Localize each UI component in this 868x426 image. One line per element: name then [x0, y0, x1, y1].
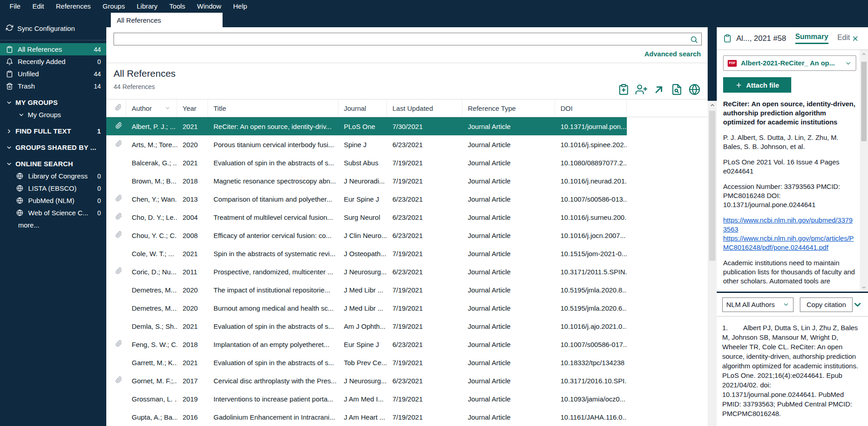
sidebar-item-pubmed-nlm[interactable]: PubMed (NLM)0 [0, 194, 106, 207]
cell-attachment [111, 267, 126, 276]
reference-row[interactable]: Feng, S. W.; C...2018Implantation of an … [106, 335, 627, 353]
sidebar-item-trash[interactable]: Trash14 [0, 80, 106, 92]
attach-file-button[interactable]: Attach file [723, 77, 791, 93]
reference-row[interactable]: Cole, W. T.; ...2021Spin in the abstract… [106, 244, 627, 263]
cell-type: Journal Article [462, 123, 555, 130]
cell-updated: 6/23/2021 [387, 341, 462, 348]
sidebar-item-unfiled[interactable]: Unfiled44 [0, 68, 106, 80]
column-reference-type[interactable]: Reference Type [462, 99, 555, 117]
sync-configuration[interactable]: Sync Configuration [0, 20, 106, 36]
panel-scrollbar-thumb[interactable] [861, 62, 867, 141]
reference-row[interactable]: Balcerak, G.; ...2021Evaluation of spin … [106, 154, 627, 172]
cell-journal: Surg Neurol [338, 213, 387, 221]
cell-year: 2020 [177, 286, 208, 294]
copy-options-chevron-icon[interactable] [853, 300, 863, 310]
menu-edit[interactable]: Edit [26, 2, 50, 10]
search-input[interactable] [114, 33, 701, 45]
menu-tools[interactable]: Tools [164, 2, 191, 10]
sidebar-item-library-of-congress[interactable]: Library of Congress0 [0, 170, 106, 182]
column-last-updated[interactable]: Last Updated [387, 99, 462, 117]
list-scrollbar[interactable] [708, 101, 717, 426]
sidebar-item-web-of-science-c[interactable]: Web of Science C...0 [0, 207, 106, 219]
reference-row[interactable]: Gupta, A.; Ba...2016Gadolinium Enhanceme… [106, 408, 627, 426]
attachment-dropdown[interactable]: PDF Albert-2021-ReCiter_ An op... [723, 55, 856, 71]
advanced-search-link[interactable]: Advanced search [645, 50, 701, 58]
sidebar-item-my-groups[interactable]: My Groups [0, 109, 106, 121]
find-full-text-icon[interactable] [670, 83, 683, 95]
citation-style-select[interactable]: NLM All Authors [722, 297, 794, 312]
search-icon[interactable] [690, 35, 698, 45]
panel-scroll-up-icon[interactable] [860, 51, 868, 57]
close-icon[interactable] [852, 35, 863, 42]
reference-row[interactable]: Demetres, M....2020The impact of institu… [106, 281, 627, 299]
paperclip-icon [115, 104, 122, 112]
cell-author: Cole, W. T.; ... [126, 250, 177, 258]
cell-title: Evaluation of spin in the abstracts of s… [208, 159, 338, 167]
reference-row[interactable]: Arts, M.; Tore...2020Porous titanium cer… [106, 135, 627, 154]
column-year[interactable]: Year [177, 99, 208, 117]
reference-row[interactable]: Albert, P. J.; ...2021ReCiter: An open s… [106, 117, 627, 135]
cell-title: Prospective, randomized, multicenter ... [208, 268, 338, 276]
menu-groups[interactable]: Groups [97, 2, 131, 10]
column-title[interactable]: Title [208, 99, 338, 117]
column-doi[interactable]: DOI [555, 99, 627, 117]
panel-scrollbar[interactable] [860, 50, 868, 292]
citation-number: 1. [722, 323, 743, 332]
sidebar: Sync Configuration All References44Recen… [0, 12, 106, 426]
menu-file[interactable]: File [4, 2, 26, 10]
sidebar-item-label: more... [18, 221, 40, 229]
column-author[interactable]: Author [126, 99, 177, 117]
cell-author: Demetres, M.... [126, 286, 177, 294]
sidebar-item-online-search[interactable]: ONLINE SEARCH [0, 158, 106, 170]
reference-row[interactable]: Demla, S.; Sh...2021Evaluation of spin i… [106, 317, 627, 335]
reference-accession: Accession Number: 33793563 PMCID: PMC801… [723, 182, 856, 209]
export-icon[interactable] [653, 83, 665, 95]
cell-author: Arts, M.; Tore... [126, 141, 177, 149]
column-attachment[interactable] [111, 99, 126, 117]
plus-icon [735, 82, 742, 89]
column-journal[interactable]: Journal [338, 99, 387, 117]
add-reference-icon[interactable] [617, 83, 630, 95]
reference-row[interactable]: Chou, Y. C.; C...2008Efficacy of anterio… [106, 226, 627, 244]
menu-references[interactable]: References [50, 2, 97, 10]
sidebar-item-more[interactable]: more... [0, 219, 106, 231]
scroll-up-icon[interactable] [708, 102, 717, 108]
item-count: 44 [94, 70, 101, 78]
reference-row[interactable]: Demetres, M....2020Burnout among medical… [106, 299, 627, 317]
online-search-icon[interactable] [688, 83, 700, 95]
cell-type: Journal Article [462, 250, 555, 258]
reference-row[interactable]: Coric, D.; Nu...2011Prospective, randomi… [106, 263, 627, 281]
reference-row[interactable]: Grossman, L. ...2019Interventions to inc… [106, 390, 627, 408]
sidebar-item-all-references[interactable]: All References44 [0, 43, 106, 55]
list-scrollbar-thumb[interactable] [709, 111, 715, 261]
sidebar-item-lista-ebsco[interactable]: LISTA (EBSCO)0 [0, 182, 106, 194]
reference-row[interactable]: Brown, M.; B...2018Magnetic resonance sp… [106, 172, 627, 190]
cell-journal: J Am Heart ... [338, 413, 387, 421]
sidebar-item-my-groups[interactable]: MY GROUPS [0, 96, 106, 109]
cell-type: Journal Article [462, 395, 555, 403]
cell-attachment [111, 213, 126, 221]
panel-scroll-down-icon[interactable] [860, 285, 868, 290]
cell-title: Evaluation of spin in the abstracts of s… [208, 322, 338, 330]
reference-row[interactable]: Cho, D. Y.; Le...2004Treatment of multil… [106, 208, 627, 226]
reference-row[interactable]: Gornet, M. F.;...2017Cervical disc arthr… [106, 372, 627, 390]
sidebar-item-groups-shared-by[interactable]: GROUPS SHARED BY ... [0, 141, 106, 154]
reference-link[interactable]: https://www.ncbi.nlm.nih.gov/pubmed/3379… [723, 216, 856, 234]
sidebar-item-find-full-text[interactable]: FIND FULL TEXT1 [0, 125, 106, 137]
cell-year: 2021 [177, 359, 208, 367]
cell-title: Cervical disc arthroplasty with the Pres… [208, 377, 338, 385]
copy-citation-button[interactable]: Copy citation [800, 297, 853, 312]
reference-row[interactable]: Chen, Y.; Wan...2013Comparison of titani… [106, 190, 627, 208]
reference-link[interactable]: https://www.ncbi.nlm.nih.gov/pmc/article… [723, 234, 856, 252]
sidebar-item-recently-added[interactable]: Recently Added0 [0, 55, 106, 68]
tab-summary[interactable]: Summary [795, 33, 828, 44]
tab-all-references[interactable]: All References [111, 13, 223, 27]
share-library-icon[interactable] [635, 83, 647, 95]
menu-window[interactable]: Window [191, 2, 227, 10]
cell-type: Journal Article [462, 177, 555, 185]
tab-edit[interactable]: Edit [838, 34, 850, 44]
menu-library[interactable]: Library [131, 2, 164, 10]
reference-row[interactable]: Garrett, M.; K...2021Evaluation of spin … [106, 353, 627, 372]
menu-help[interactable]: Help [227, 2, 253, 10]
cell-doi: 10.5195/jmla.2020.8... [555, 286, 627, 294]
